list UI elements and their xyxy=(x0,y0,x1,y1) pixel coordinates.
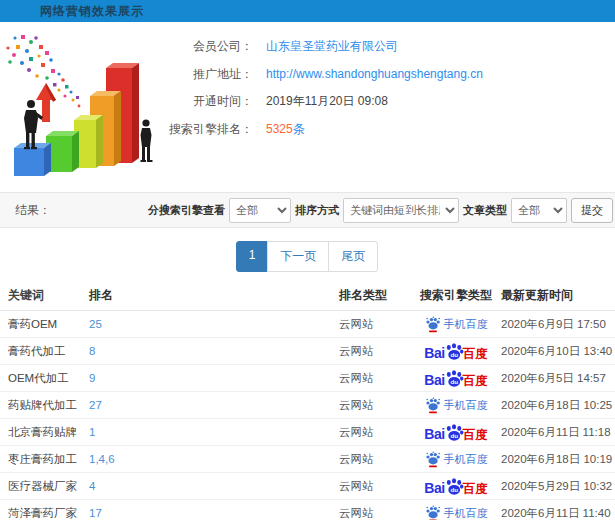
baidu-paw-icon: du xyxy=(445,423,464,442)
rank-link[interactable]: 4 xyxy=(89,480,95,492)
businessman-right xyxy=(141,119,153,162)
engine-cell: 手机百度 Baidu百度 xyxy=(415,366,497,390)
updated-cell: 2020年6月5日 14:57 xyxy=(497,371,615,386)
baidu-paw-dots-icon xyxy=(425,505,441,520)
keyword-rank-table: 关键词 排名 排名类型 搜索引擎类型 最新更新时间 膏药OEM 25 云网站 手… xyxy=(0,281,615,520)
baidu-paw-dots-icon xyxy=(425,397,441,414)
result-label: 结果： xyxy=(15,202,51,219)
rank-cell: 27 xyxy=(85,399,335,411)
table-row: 膏药代加工 8 云网站 手机百度 Baidu百度 2020年6月10日 13:4… xyxy=(0,338,615,365)
baidu-logo: Baidu百度 xyxy=(424,339,487,363)
baidu-paw-icon: du xyxy=(445,342,464,361)
svg-text:du: du xyxy=(450,432,458,439)
promo-url-link[interactable]: http://www.shandonghuangshengtang.cn xyxy=(266,67,483,81)
last-page-button[interactable]: 尾页 xyxy=(328,241,378,272)
mobile-baidu-label: 手机百度 xyxy=(444,506,488,520)
keyword-cell: 药贴牌代加工 xyxy=(0,398,85,413)
baidu-paw-dots-icon xyxy=(425,316,441,333)
bar-chart-illustration xyxy=(0,28,190,186)
mobile-baidu-logo: 手机百度 xyxy=(425,316,488,333)
filter-bar: 结果： 分搜索引擎查看 全部 排序方式 关键词由短到长排序 文章类型 全部 提交 xyxy=(0,192,615,228)
businessman-left xyxy=(24,100,43,149)
rank-cell: 9 xyxy=(85,372,335,384)
keyword-cell: 菏泽膏药厂家 xyxy=(0,506,85,520)
promo-url-row: 推广地址： http://www.shandonghuangshengtang.… xyxy=(158,61,615,89)
updated-cell: 2020年6月18日 10:19 xyxy=(497,452,615,467)
svg-text:du: du xyxy=(450,486,458,493)
rank-type-cell: 云网站 xyxy=(335,452,415,467)
rank-count: 5325 xyxy=(266,122,293,136)
baidu-paw-icon: du xyxy=(445,477,464,496)
rank-type-cell: 云网站 xyxy=(335,479,415,494)
mobile-baidu-logo: 手机百度 xyxy=(425,451,488,468)
rank-cell: 4 xyxy=(85,480,335,492)
table-row: 枣庄膏药加工 1,4,6 云网站 手机百度 Baidu百度 2020年6月18日… xyxy=(0,446,615,473)
rank-type-cell: 云网站 xyxy=(335,425,415,440)
baidu-logo: Baidu百度 xyxy=(424,366,487,390)
rank-type-cell: 云网站 xyxy=(335,344,415,359)
mobile-baidu-label: 手机百度 xyxy=(444,317,488,332)
updated-cell: 2020年6月10日 13:40 xyxy=(497,344,615,359)
rank-link[interactable]: 1,4,6 xyxy=(89,453,115,465)
rank-cell: 25 xyxy=(85,318,335,330)
mobile-baidu-label: 手机百度 xyxy=(444,452,488,467)
table-row: 药贴牌代加工 27 云网站 手机百度 Baidu百度 2020年6月18日 10… xyxy=(0,392,615,419)
header-keyword: 关键词 xyxy=(0,287,85,304)
svg-text:du: du xyxy=(450,351,458,358)
updated-cell: 2020年6月18日 10:25 xyxy=(497,398,615,413)
rank-link[interactable]: 1 xyxy=(89,426,95,438)
rank-cell: 1,4,6 xyxy=(85,453,335,465)
table-row: 膏药OEM 25 云网站 手机百度 Baidu百度 2020年6月9日 17:5… xyxy=(0,311,615,338)
rank-type-cell: 云网站 xyxy=(335,317,415,332)
rank-unit: 条 xyxy=(293,122,305,136)
company-row: 会员公司： 山东皇圣堂药业有限公司 xyxy=(158,33,615,61)
sort-filter-select[interactable]: 关键词由短到长排序 xyxy=(343,198,459,223)
engine-cell: 手机百度 Baidu百度 xyxy=(415,474,497,498)
article-type-select[interactable]: 全部 xyxy=(511,198,567,223)
table-row: 医疗器械厂家 4 云网站 手机百度 Baidu百度 2020年5月29日 10:… xyxy=(0,473,615,500)
rank-link[interactable]: 17 xyxy=(89,507,102,519)
rank-link[interactable]: 25 xyxy=(89,318,102,330)
pagination: 1 下一页 尾页 xyxy=(0,241,615,272)
open-time-row: 开通时间： 2019年11月20日 09:08 xyxy=(158,88,615,116)
header-rank: 排名 xyxy=(85,287,335,304)
rank-cell: 17 xyxy=(85,507,335,519)
table-row: 北京膏药贴牌 1 云网站 手机百度 Baidu百度 2020年6月11日 11:… xyxy=(0,419,615,446)
title-bar: 网络营销效果展示 xyxy=(0,0,615,22)
table-header-row: 关键词 排名 排名类型 搜索引擎类型 最新更新时间 xyxy=(0,281,615,311)
submit-button[interactable]: 提交 xyxy=(571,198,613,223)
table-row: 菏泽膏药厂家 17 云网站 手机百度 Baidu百度 2020年6月11日 11… xyxy=(0,500,615,520)
rank-cell: 8 xyxy=(85,345,335,357)
page-1-button[interactable]: 1 xyxy=(236,241,269,272)
rank-link[interactable]: 27 xyxy=(89,399,102,411)
updated-cell: 2020年6月11日 11:40 xyxy=(497,506,615,520)
filter-group: 分搜索引擎查看 全部 排序方式 关键词由短到长排序 文章类型 全部 提交 xyxy=(148,198,613,223)
company-link[interactable]: 山东皇圣堂药业有限公司 xyxy=(266,38,398,55)
page-title: 网络营销效果展示 xyxy=(40,3,144,20)
engine-rank-row: 搜索引擎排名： 5325条 xyxy=(158,116,615,144)
engine-filter-select[interactable]: 全部 xyxy=(229,198,291,223)
engine-cell: 手机百度 Baidu百度 xyxy=(415,316,497,333)
updated-cell: 2020年5月29日 10:32 xyxy=(497,479,615,494)
engine-filter-label: 分搜索引擎查看 xyxy=(148,203,225,218)
next-page-button[interactable]: 下一页 xyxy=(267,241,329,272)
keyword-cell: OEM代加工 xyxy=(0,371,85,386)
engine-cell: 手机百度 Baidu百度 xyxy=(415,451,497,468)
engine-cell: 手机百度 Baidu百度 xyxy=(415,420,497,444)
rank-link[interactable]: 8 xyxy=(89,345,95,357)
keyword-cell: 枣庄膏药加工 xyxy=(0,452,85,467)
account-info-section: 会员公司： 山东皇圣堂药业有限公司 推广地址： http://www.shand… xyxy=(0,22,615,192)
open-time-value: 2019年11月20日 09:08 xyxy=(266,93,388,110)
mobile-baidu-logo: 手机百度 xyxy=(425,397,488,414)
header-rank-type: 排名类型 xyxy=(335,287,415,304)
header-engine-type: 搜索引擎类型 xyxy=(415,287,497,304)
baidu-logo: Baidu百度 xyxy=(424,420,487,444)
sort-filter-label: 排序方式 xyxy=(295,203,339,218)
keyword-cell: 膏药OEM xyxy=(0,317,85,332)
baidu-paw-dots-icon xyxy=(425,451,441,468)
account-info-list: 会员公司： 山东皇圣堂药业有限公司 推广地址： http://www.shand… xyxy=(158,22,615,143)
rank-link[interactable]: 9 xyxy=(89,372,95,384)
article-type-label: 文章类型 xyxy=(463,203,507,218)
rank-cell: 1 xyxy=(85,426,335,438)
svg-text:du: du xyxy=(450,378,458,385)
